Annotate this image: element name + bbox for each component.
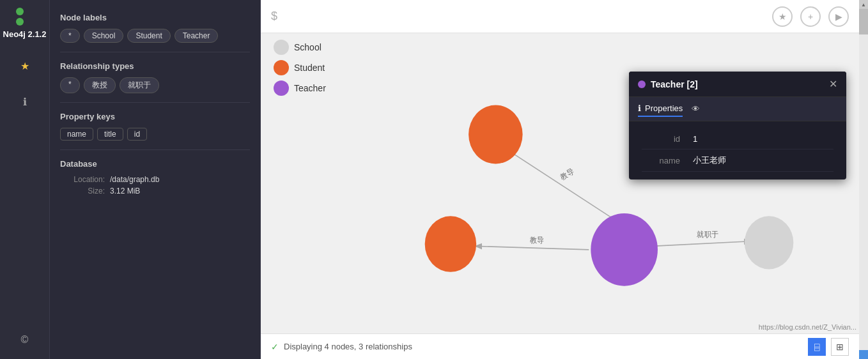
props-header: Teacher [2] ✕ xyxy=(629,72,846,97)
view-btn-table[interactable]: ⊞ xyxy=(831,338,849,356)
db-size-label: Size: xyxy=(60,187,105,195)
logo-dot-2 xyxy=(16,18,24,26)
play-toolbar-btn[interactable]: ▶ xyxy=(828,6,849,27)
plus-toolbar-btn[interactable]: + xyxy=(800,6,821,27)
edge-jiaodao-1 xyxy=(505,148,617,222)
logo-area: Neo4j 2.1.2 xyxy=(3,8,47,39)
status-check-icon: ✓ xyxy=(271,342,279,352)
db-location-row: Location: /data/graph.db xyxy=(60,175,250,184)
rel-type-all[interactable]: * xyxy=(60,77,80,93)
sidebar-star-btn[interactable]: ★ xyxy=(13,54,36,77)
database-info: Location: /data/graph.db Size: 3.12 MiB xyxy=(60,175,250,195)
rel-type-jiaoshou[interactable]: 教授 xyxy=(84,77,116,93)
props-key-id: id xyxy=(642,134,680,144)
logo-dot-empty2 xyxy=(26,18,34,26)
db-location-value: /data/graph.db xyxy=(110,175,159,184)
node-labels-title: Node labels xyxy=(60,13,250,22)
logo-dots xyxy=(16,8,34,26)
logo-dot-1 xyxy=(16,8,24,15)
edge-label-jiaodao-2: 教导 xyxy=(530,236,545,244)
canvas-area: School Student Teacher 教导 教导 就职于 xyxy=(261,33,859,333)
props-key-name: name xyxy=(642,156,680,165)
relationship-types-title: Relationship types xyxy=(60,61,250,71)
edge-jiaodao-2 xyxy=(476,246,589,249)
node-label-teacher[interactable]: Teacher xyxy=(174,29,219,43)
edge-label-jiuzhiyu: 就职于 xyxy=(697,231,718,238)
sidebar-icons-panel: Neo4j 2.1.2 ★ ℹ © xyxy=(0,0,50,359)
status-text: Displaying 4 nodes, 3 relationships xyxy=(284,342,412,351)
scrollbar: ▲ xyxy=(859,0,868,359)
props-body: id 1 name 小王老师 xyxy=(629,121,846,180)
info-icon-tab: ℹ xyxy=(638,103,641,113)
node-teacher[interactable] xyxy=(591,213,658,286)
props-tabs: ℹ Properties 👁 xyxy=(629,97,846,121)
node-label-student[interactable]: Student xyxy=(127,29,170,43)
rel-type-jiuzhiyu[interactable]: 就职于 xyxy=(120,77,159,93)
props-tab-properties[interactable]: ℹ Properties xyxy=(638,101,683,117)
props-close-btn[interactable]: ✕ xyxy=(829,78,837,90)
props-val-name: 小王老师 xyxy=(693,155,726,166)
prop-key-name[interactable]: name xyxy=(60,128,93,141)
node-label-school[interactable]: School xyxy=(84,29,124,43)
db-location-label: Location: xyxy=(60,175,105,184)
props-tab-visibility[interactable]: 👁 xyxy=(692,102,700,116)
watermark: https://blog.csdn.net/Z_Vivian... xyxy=(759,323,856,331)
sidebar-info-btn[interactable]: ℹ xyxy=(13,90,36,113)
properties-panel: Teacher [2] ✕ ℹ Properties 👁 id 1 name xyxy=(629,72,846,180)
scroll-indicator xyxy=(859,350,868,359)
props-dot xyxy=(638,80,646,88)
star-toolbar-btn[interactable]: ★ xyxy=(772,6,793,27)
db-size-value: 3.12 MiB xyxy=(110,187,140,195)
edge-label-jiaodao-1: 教导 xyxy=(559,167,576,181)
scroll-up-arrow[interactable]: ▲ xyxy=(859,0,868,9)
node-labels-tags: * School Student Teacher xyxy=(60,29,250,43)
status-bar: ✓ Displaying 4 nodes, 3 relationships ⌸ … xyxy=(261,333,859,359)
logo-dot-empty xyxy=(26,8,34,15)
db-size-row: Size: 3.12 MiB xyxy=(60,187,250,195)
sidebar-copyright-btn[interactable]: © xyxy=(13,328,36,351)
property-keys-title: Property keys xyxy=(60,112,250,121)
edge-jiuzhiyu xyxy=(652,241,750,247)
node-student-1[interactable] xyxy=(469,105,523,164)
view-btn-graph[interactable]: ⌸ xyxy=(808,338,826,356)
node-student-2[interactable] xyxy=(425,216,477,271)
node-school[interactable] xyxy=(745,216,793,269)
scrollbar-thumb[interactable] xyxy=(859,9,868,34)
node-label-all[interactable]: * xyxy=(60,29,80,43)
props-title: Teacher [2] xyxy=(651,79,824,89)
app-title: Neo4j 2.1.2 xyxy=(3,29,47,39)
eye-icon-tab: 👁 xyxy=(692,104,700,114)
dollar-sign: $ xyxy=(271,10,277,23)
left-panel: Node labels * School Student Teacher Rel… xyxy=(50,0,261,359)
props-row-id: id 1 xyxy=(642,129,833,149)
canvas-toolbar: $ ★ + ▶ xyxy=(261,0,859,33)
props-tab-label: Properties xyxy=(645,103,683,113)
prop-key-id[interactable]: id xyxy=(127,128,147,141)
property-key-tags: name title id xyxy=(60,128,250,141)
props-row-name: name 小王老师 xyxy=(642,149,833,172)
database-title: Database xyxy=(60,159,250,169)
prop-key-title[interactable]: title xyxy=(97,128,123,141)
main-canvas: $ ★ + ▶ School Student Teacher xyxy=(261,0,859,359)
relationship-tags: * 教授 就职于 xyxy=(60,77,250,93)
props-val-id: 1 xyxy=(693,134,697,144)
